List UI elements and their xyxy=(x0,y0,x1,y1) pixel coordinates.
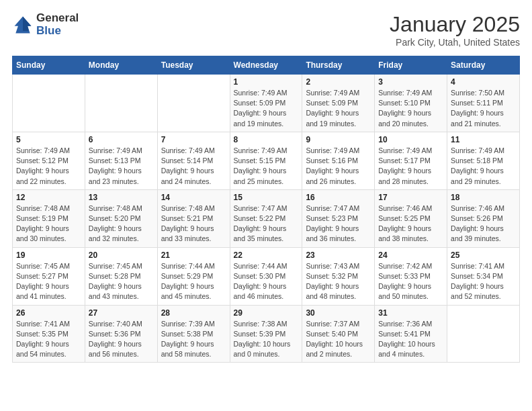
day-info: Sunrise: 7:49 AMSunset: 5:15 PMDaylight:… xyxy=(234,146,299,187)
day-info: Sunrise: 7:49 AMSunset: 5:09 PMDaylight:… xyxy=(306,88,371,129)
day-info: Sunrise: 7:49 AMSunset: 5:13 PMDaylight:… xyxy=(89,146,154,187)
title-block: January 2025 Park City, Utah, United Sta… xyxy=(390,12,520,48)
day-number: 17 xyxy=(378,193,443,202)
day-number: 3 xyxy=(378,77,443,87)
day-number: 7 xyxy=(161,135,226,144)
calendar-title: January 2025 xyxy=(390,12,520,37)
day-info: Sunrise: 7:37 AMSunset: 5:40 PMDaylight:… xyxy=(306,319,371,360)
day-info: Sunrise: 7:36 AMSunset: 5:41 PMDaylight:… xyxy=(378,319,443,360)
day-info: Sunrise: 7:48 AMSunset: 5:19 PMDaylight:… xyxy=(16,203,81,244)
calendar-cell: 11Sunrise: 7:49 AMSunset: 5:18 PMDayligh… xyxy=(447,132,520,189)
day-number: 19 xyxy=(16,250,81,260)
calendar-week-row: 19Sunrise: 7:45 AMSunset: 5:27 PMDayligh… xyxy=(13,247,520,305)
day-info: Sunrise: 7:41 AMSunset: 5:35 PMDaylight:… xyxy=(16,319,81,360)
calendar-cell: 22Sunrise: 7:44 AMSunset: 5:30 PMDayligh… xyxy=(230,247,302,305)
day-info: Sunrise: 7:44 AMSunset: 5:29 PMDaylight:… xyxy=(161,261,226,302)
calendar-cell: 8Sunrise: 7:49 AMSunset: 5:15 PMDaylight… xyxy=(230,132,302,189)
day-number: 28 xyxy=(161,308,226,318)
calendar-cell: 30Sunrise: 7:37 AMSunset: 5:40 PMDayligh… xyxy=(302,305,375,363)
logo-general: General xyxy=(36,12,79,25)
logo: General Blue xyxy=(12,12,79,37)
logo-blue: Blue xyxy=(36,25,79,38)
calendar-cell: 7Sunrise: 7:49 AMSunset: 5:14 PMDaylight… xyxy=(157,132,230,189)
calendar-cell: 24Sunrise: 7:42 AMSunset: 5:33 PMDayligh… xyxy=(375,247,447,305)
day-info: Sunrise: 7:48 AMSunset: 5:21 PMDaylight:… xyxy=(161,203,226,244)
day-number: 4 xyxy=(451,77,516,87)
calendar-subtitle: Park City, Utah, United States xyxy=(390,37,520,48)
calendar-cell: 25Sunrise: 7:41 AMSunset: 5:34 PMDayligh… xyxy=(447,247,520,305)
day-number: 31 xyxy=(378,308,443,318)
day-number: 11 xyxy=(451,135,516,144)
day-number: 14 xyxy=(161,193,226,202)
calendar-cell: 13Sunrise: 7:48 AMSunset: 5:20 PMDayligh… xyxy=(85,189,157,247)
day-number: 18 xyxy=(451,193,516,202)
day-number: 29 xyxy=(234,308,299,318)
day-number: 1 xyxy=(234,77,299,87)
day-info: Sunrise: 7:46 AMSunset: 5:25 PMDaylight:… xyxy=(378,203,443,244)
weekday-header-monday: Monday xyxy=(85,56,157,75)
calendar-cell: 21Sunrise: 7:44 AMSunset: 5:29 PMDayligh… xyxy=(157,247,230,305)
weekday-header-friday: Friday xyxy=(375,56,447,75)
day-number: 20 xyxy=(89,250,154,260)
weekday-header-thursday: Thursday xyxy=(302,56,375,75)
day-number: 24 xyxy=(378,250,443,260)
calendar-cell: 12Sunrise: 7:48 AMSunset: 5:19 PMDayligh… xyxy=(13,189,85,247)
day-info: Sunrise: 7:49 AMSunset: 5:18 PMDaylight:… xyxy=(451,146,516,187)
weekday-header-row: SundayMondayTuesdayWednesdayThursdayFrid… xyxy=(13,56,520,75)
calendar-cell: 28Sunrise: 7:39 AMSunset: 5:38 PMDayligh… xyxy=(157,305,230,363)
day-number: 23 xyxy=(306,250,371,260)
calendar-container: General Blue January 2025 Park City, Uta… xyxy=(0,0,532,371)
calendar-cell: 4Sunrise: 7:50 AMSunset: 5:11 PMDaylight… xyxy=(447,75,520,132)
logo-text: General Blue xyxy=(36,12,79,37)
day-number: 27 xyxy=(89,308,154,318)
calendar-table: SundayMondayTuesdayWednesdayThursdayFrid… xyxy=(12,56,520,363)
day-info: Sunrise: 7:48 AMSunset: 5:20 PMDaylight:… xyxy=(89,203,154,244)
calendar-cell xyxy=(447,305,520,363)
calendar-week-row: 1Sunrise: 7:49 AMSunset: 5:09 PMDaylight… xyxy=(13,75,520,132)
day-info: Sunrise: 7:42 AMSunset: 5:33 PMDaylight:… xyxy=(378,261,443,302)
calendar-cell: 23Sunrise: 7:43 AMSunset: 5:32 PMDayligh… xyxy=(302,247,375,305)
calendar-cell: 10Sunrise: 7:49 AMSunset: 5:17 PMDayligh… xyxy=(375,132,447,189)
day-number: 30 xyxy=(306,308,371,318)
day-info: Sunrise: 7:43 AMSunset: 5:32 PMDaylight:… xyxy=(306,261,371,302)
calendar-cell: 31Sunrise: 7:36 AMSunset: 5:41 PMDayligh… xyxy=(375,305,447,363)
header: General Blue January 2025 Park City, Uta… xyxy=(12,12,520,48)
day-info: Sunrise: 7:46 AMSunset: 5:26 PMDaylight:… xyxy=(451,203,516,244)
day-info: Sunrise: 7:49 AMSunset: 5:10 PMDaylight:… xyxy=(378,88,443,129)
day-info: Sunrise: 7:45 AMSunset: 5:28 PMDaylight:… xyxy=(89,261,154,302)
day-info: Sunrise: 7:44 AMSunset: 5:30 PMDaylight:… xyxy=(234,261,299,302)
day-number: 5 xyxy=(16,135,81,144)
calendar-cell xyxy=(157,75,230,132)
day-info: Sunrise: 7:49 AMSunset: 5:16 PMDaylight:… xyxy=(306,146,371,187)
calendar-cell: 16Sunrise: 7:47 AMSunset: 5:23 PMDayligh… xyxy=(302,189,375,247)
day-number: 21 xyxy=(161,250,226,260)
calendar-cell: 2Sunrise: 7:49 AMSunset: 5:09 PMDaylight… xyxy=(302,75,375,132)
day-info: Sunrise: 7:49 AMSunset: 5:12 PMDaylight:… xyxy=(16,146,81,187)
day-info: Sunrise: 7:50 AMSunset: 5:11 PMDaylight:… xyxy=(451,88,516,129)
day-number: 26 xyxy=(16,308,81,318)
calendar-cell: 19Sunrise: 7:45 AMSunset: 5:27 PMDayligh… xyxy=(13,247,85,305)
weekday-header-wednesday: Wednesday xyxy=(230,56,302,75)
calendar-cell: 3Sunrise: 7:49 AMSunset: 5:10 PMDaylight… xyxy=(375,75,447,132)
weekday-header-tuesday: Tuesday xyxy=(157,56,230,75)
day-number: 10 xyxy=(378,135,443,144)
svg-marker-1 xyxy=(23,16,31,30)
day-number: 9 xyxy=(306,135,371,144)
calendar-cell: 27Sunrise: 7:40 AMSunset: 5:36 PMDayligh… xyxy=(85,305,157,363)
calendar-cell: 5Sunrise: 7:49 AMSunset: 5:12 PMDaylight… xyxy=(13,132,85,189)
logo-icon xyxy=(12,14,34,36)
day-number: 25 xyxy=(451,250,516,260)
calendar-week-row: 12Sunrise: 7:48 AMSunset: 5:19 PMDayligh… xyxy=(13,189,520,247)
day-info: Sunrise: 7:38 AMSunset: 5:39 PMDaylight:… xyxy=(234,319,299,360)
calendar-cell: 29Sunrise: 7:38 AMSunset: 5:39 PMDayligh… xyxy=(230,305,302,363)
day-number: 2 xyxy=(306,77,371,87)
calendar-cell: 15Sunrise: 7:47 AMSunset: 5:22 PMDayligh… xyxy=(230,189,302,247)
day-number: 12 xyxy=(16,193,81,202)
weekday-header-sunday: Sunday xyxy=(13,56,85,75)
day-info: Sunrise: 7:47 AMSunset: 5:23 PMDaylight:… xyxy=(306,203,371,244)
day-info: Sunrise: 7:49 AMSunset: 5:14 PMDaylight:… xyxy=(161,146,226,187)
day-info: Sunrise: 7:39 AMSunset: 5:38 PMDaylight:… xyxy=(161,319,226,360)
calendar-cell: 26Sunrise: 7:41 AMSunset: 5:35 PMDayligh… xyxy=(13,305,85,363)
weekday-header-saturday: Saturday xyxy=(447,56,520,75)
calendar-cell: 6Sunrise: 7:49 AMSunset: 5:13 PMDaylight… xyxy=(85,132,157,189)
